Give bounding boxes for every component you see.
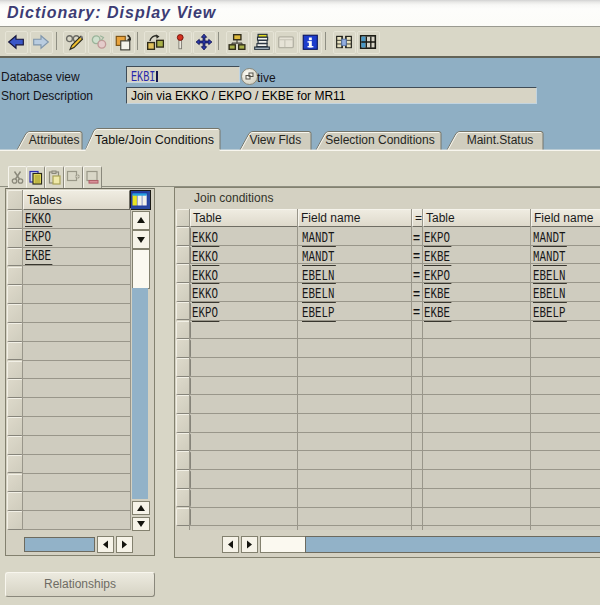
svg-text:View Flds: View Flds bbox=[249, 133, 301, 147]
svg-text:Table/Join Conditions: Table/Join Conditions bbox=[95, 133, 214, 147]
svg-text:Maint.Status: Maint.Status bbox=[467, 133, 534, 147]
svg-text:Selection Conditions: Selection Conditions bbox=[325, 133, 434, 147]
svg-text:Attributes: Attributes bbox=[29, 133, 80, 147]
